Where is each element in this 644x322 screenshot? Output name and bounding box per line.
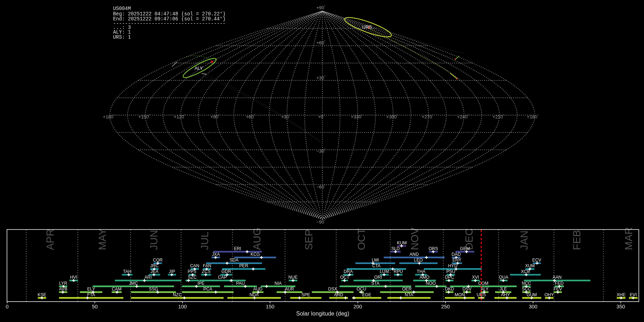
svg-text:JUL: JUL bbox=[199, 231, 210, 250]
svg-text:FED: FED bbox=[555, 281, 564, 286]
svg-text:OCU: OCU bbox=[357, 287, 366, 292]
svg-text:GUM: GUM bbox=[527, 292, 537, 297]
svg-text:SSG: SSG bbox=[149, 287, 158, 292]
svg-text:+60°: +60° bbox=[246, 114, 255, 119]
svg-text:200: 200 bbox=[353, 304, 362, 309]
svg-text:NIA: NIA bbox=[274, 281, 282, 286]
svg-text:JUN: JUN bbox=[148, 230, 160, 250]
svg-text:AHY: AHY bbox=[501, 292, 510, 297]
svg-text:+300°: +300° bbox=[386, 114, 398, 119]
svg-text:IPE: IPE bbox=[197, 281, 205, 286]
svg-text:ALY: ALY bbox=[195, 65, 203, 71]
svg-text:LEO: LEO bbox=[414, 258, 423, 263]
svg-text:OCT: OCT bbox=[340, 275, 350, 280]
svg-text:DSX: DSX bbox=[328, 287, 337, 292]
svg-text:TAH: TAH bbox=[123, 269, 131, 274]
svg-text:AUD: AUD bbox=[253, 287, 263, 292]
svg-text:−60°: −60° bbox=[316, 184, 326, 190]
svg-text:250: 250 bbox=[441, 304, 450, 309]
svg-text:0: 0 bbox=[6, 304, 9, 309]
svg-text:URS: URS bbox=[362, 24, 372, 30]
svg-text:DPC: DPC bbox=[445, 275, 454, 280]
svg-text:GEM: GEM bbox=[460, 246, 470, 251]
svg-text:150: 150 bbox=[266, 304, 274, 309]
svg-text:Solar longitude (deg): Solar longitude (deg) bbox=[296, 311, 350, 317]
svg-text:LYR: LYR bbox=[59, 281, 67, 286]
svg-text:FTA: FTA bbox=[87, 292, 96, 297]
svg-text:Beg: 20251222 04:47:48 (sol =: Beg: 20251222 04:47:48 (sol = 270.22°) bbox=[113, 11, 226, 17]
svg-text:COR: COR bbox=[153, 258, 162, 263]
svg-text:+180°: +180° bbox=[527, 114, 539, 119]
svg-text:NZC: NZC bbox=[173, 292, 182, 297]
svg-text:XUM: XUM bbox=[525, 263, 535, 268]
svg-text:+270°: +270° bbox=[422, 114, 434, 119]
svg-text:PPS: PPS bbox=[188, 269, 196, 274]
svg-text:MAR: MAR bbox=[623, 227, 634, 250]
svg-text:DRA: DRA bbox=[343, 269, 353, 274]
svg-text:300: 300 bbox=[529, 304, 537, 309]
svg-text:CAM: CAM bbox=[112, 287, 122, 292]
svg-text:−30°: −30° bbox=[316, 148, 326, 154]
svg-text:ARD: ARD bbox=[334, 292, 343, 297]
svg-text:NOV: NOV bbox=[409, 228, 420, 250]
svg-text:AUR: AUR bbox=[285, 287, 294, 292]
svg-text:+150°: +150° bbox=[138, 114, 150, 119]
svg-text:COM: COM bbox=[478, 281, 488, 286]
svg-text:FEV: FEV bbox=[553, 287, 562, 292]
svg-text:50: 50 bbox=[92, 304, 98, 309]
svg-text:PCA: PCA bbox=[203, 287, 213, 292]
svg-text:NOO: NOO bbox=[426, 281, 436, 286]
svg-text:XVI: XVI bbox=[472, 275, 479, 280]
svg-text:CTA: CTA bbox=[372, 263, 381, 268]
svg-text:EGE: EGE bbox=[362, 292, 371, 297]
svg-text:SLD: SLD bbox=[391, 246, 400, 251]
svg-text:+0°: +0° bbox=[318, 114, 325, 119]
svg-text:NTA: NTA bbox=[405, 292, 413, 297]
svg-text:SCC: SCC bbox=[522, 287, 531, 292]
svg-text:ORI: ORI bbox=[374, 275, 382, 280]
svg-text:AUG: AUG bbox=[251, 228, 263, 250]
svg-text:JXA: JXA bbox=[212, 252, 220, 257]
svg-text:OHY: OHY bbox=[545, 292, 554, 297]
svg-text:DAD: DAD bbox=[452, 252, 461, 257]
svg-text:APR: APR bbox=[44, 229, 56, 250]
svg-text:CAN: CAN bbox=[190, 263, 199, 268]
svg-text:XHE: XHE bbox=[616, 292, 625, 297]
svg-text:JLE: JLE bbox=[499, 287, 507, 292]
svg-text:RPU: RPU bbox=[394, 269, 403, 274]
svg-text:PSU: PSU bbox=[446, 269, 455, 274]
svg-text:SZC: SZC bbox=[188, 275, 197, 280]
svg-text:AVB: AVB bbox=[59, 287, 67, 292]
svg-text:JIP: JIP bbox=[169, 269, 175, 274]
svg-text:ZCS: ZCS bbox=[202, 269, 210, 274]
svg-text:LUM: LUM bbox=[380, 269, 389, 274]
svg-text:NDA: NDA bbox=[249, 292, 259, 297]
svg-text:ARI: ARI bbox=[145, 275, 152, 280]
svg-text:+90°: +90° bbox=[316, 5, 326, 10]
svg-text:ERI: ERI bbox=[234, 246, 241, 251]
svg-text:+240°: +240° bbox=[457, 114, 469, 119]
svg-text:+30°: +30° bbox=[281, 114, 291, 119]
svg-text:AND: AND bbox=[410, 252, 419, 257]
svg-text:+90°: +90° bbox=[210, 114, 220, 119]
svg-text:DKD: DKD bbox=[445, 287, 454, 292]
svg-text:GDR: GDR bbox=[221, 269, 231, 274]
svg-text:US004M: US004M bbox=[113, 6, 131, 11]
svg-text:PAU: PAU bbox=[236, 281, 245, 286]
svg-text:+120°: +120° bbox=[174, 114, 186, 119]
svg-text:100: 100 bbox=[178, 304, 187, 309]
svg-text:STA: STA bbox=[371, 281, 380, 286]
svg-text:ORS: ORS bbox=[429, 246, 438, 251]
svg-text:DSV: DSV bbox=[463, 287, 472, 292]
svg-text:JMC: JMC bbox=[129, 281, 138, 286]
svg-text:SPE: SPE bbox=[302, 292, 310, 297]
svg-text:NUE: NUE bbox=[288, 275, 298, 280]
svg-text:LMI: LMI bbox=[372, 258, 379, 263]
svg-text:PER: PER bbox=[239, 263, 248, 268]
svg-text:+180°: +180° bbox=[103, 114, 115, 119]
svg-text:KUM: KUM bbox=[397, 240, 406, 245]
svg-text:THA: THA bbox=[417, 269, 426, 274]
svg-text:MAY: MAY bbox=[97, 228, 108, 250]
svg-text:OCT: OCT bbox=[356, 228, 367, 250]
svg-text:ELY: ELY bbox=[87, 287, 95, 292]
